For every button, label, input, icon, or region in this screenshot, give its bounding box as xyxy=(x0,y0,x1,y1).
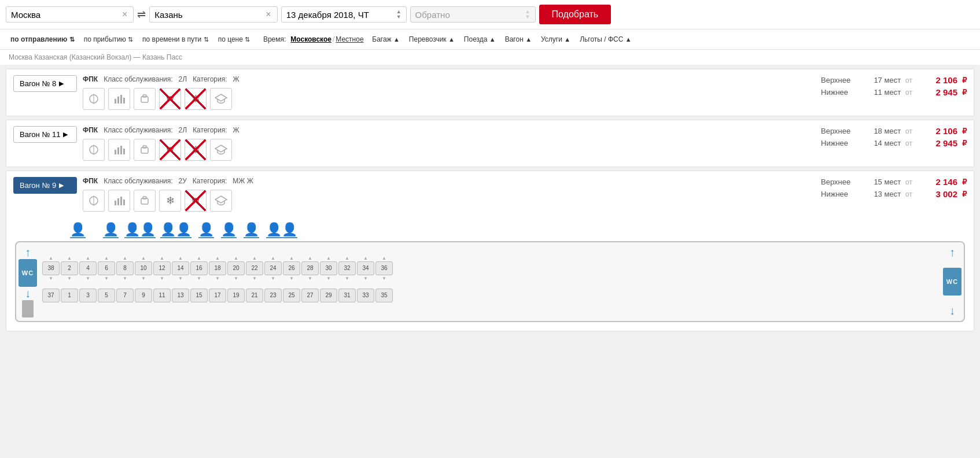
seat-5[interactable]: 5 xyxy=(98,289,115,302)
filter-time-moscow[interactable]: Московское xyxy=(290,35,331,43)
amenity-comfort xyxy=(108,139,130,161)
seat-11[interactable]: 11 xyxy=(153,289,171,302)
date-input[interactable] xyxy=(286,10,396,20)
seat-1[interactable]: 1 xyxy=(61,289,78,302)
to-clear-button[interactable]: × xyxy=(264,9,272,20)
wagon-prices: Верхнее 15 мест от 2 146 ₽ Нижнее 13 мес… xyxy=(816,177,967,199)
wagon-carrier: ФПК xyxy=(83,177,98,185)
wagon-info: ФПК Класс обслуживания: 2У Категория: МЖ… xyxy=(83,177,810,212)
seat-6[interactable]: 6 xyxy=(98,261,115,275)
seat-10[interactable]: 10 xyxy=(135,261,152,275)
filter-wagon[interactable]: Вагон ▲ xyxy=(500,33,536,46)
svg-rect-5 xyxy=(123,98,125,104)
seat-36[interactable]: 36 xyxy=(375,261,393,275)
from-input[interactable] xyxy=(11,10,121,20)
wagon-label: Вагон № 11 xyxy=(20,130,60,139)
filter-price[interactable]: по цене ⇅ xyxy=(213,33,255,46)
wagon-number-button[interactable]: Вагон № 9 ▶ xyxy=(13,177,77,194)
seat-15[interactable]: 15 xyxy=(190,289,208,302)
seat-8[interactable]: 8 xyxy=(116,261,134,275)
wagon-number-button[interactable]: Вагон № 11 ▶ xyxy=(13,126,77,143)
filter-time-local[interactable]: Местное xyxy=(336,35,363,43)
price-upper-from: от xyxy=(905,76,912,84)
wagon-class-val: 2У xyxy=(179,177,187,185)
svg-rect-22 xyxy=(120,197,122,205)
seat-16[interactable]: 16 xyxy=(190,261,208,275)
seat-35[interactable]: 35 xyxy=(375,289,393,302)
person-icon: 👤 xyxy=(198,223,214,236)
wagon-number-button[interactable]: Вагон № 8 ▶ xyxy=(13,75,77,92)
search-button[interactable]: Подобрать xyxy=(539,5,611,24)
seat-24[interactable]: 24 xyxy=(264,261,282,275)
price-upper-row: Верхнее 18 мест от 2 106 ₽ xyxy=(821,126,967,136)
seat-13[interactable]: 13 xyxy=(172,289,189,302)
seat-31[interactable]: 31 xyxy=(338,289,356,302)
seat-23[interactable]: 23 xyxy=(264,289,282,302)
amenity-luggage xyxy=(134,88,156,110)
seat-27[interactable]: 27 xyxy=(301,289,319,302)
price-upper-seats: 15 мест xyxy=(866,178,901,186)
seat-3[interactable]: 3 xyxy=(79,289,97,302)
price-upper-val: 2 106 xyxy=(917,75,957,85)
price-upper-currency: ₽ xyxy=(962,127,967,135)
filter-benefits[interactable]: Льготы / ФСС ▲ xyxy=(575,33,636,46)
seat-9[interactable]: 9 xyxy=(135,289,152,302)
travel-sort-icon: ⇅ xyxy=(204,36,209,43)
seat-38[interactable]: 38 xyxy=(42,261,60,275)
filter-carrier[interactable]: Перевозчик ▲ xyxy=(404,33,459,46)
from-input-wrap: × xyxy=(6,6,134,23)
date-spinner[interactable]: ▲▼ xyxy=(396,9,401,20)
from-clear-button[interactable]: × xyxy=(121,9,128,20)
seat-18[interactable]: 18 xyxy=(209,261,226,275)
filter-services[interactable]: Услуги ▲ xyxy=(536,33,575,46)
person-icon: 👤 xyxy=(124,223,140,236)
person-group: 👤👤 xyxy=(160,223,191,238)
search-bar: × ⇌ × ▲▼ ▲▼ Подобрать xyxy=(0,0,980,29)
seat-30[interactable]: 30 xyxy=(320,261,337,275)
price-lower-from: от xyxy=(905,139,912,147)
amenity-ac: ❄ xyxy=(159,190,181,212)
svg-marker-17 xyxy=(215,145,227,152)
svg-rect-12 xyxy=(117,147,119,154)
seat-37[interactable]: 37 xyxy=(42,289,60,302)
wagon-carrier: ФПК xyxy=(83,75,98,83)
price-lower-row: Нижнее 14 мест от 2 945 ₽ xyxy=(821,138,967,148)
wagon-label: Вагон № 9 xyxy=(20,181,56,190)
seat-29[interactable]: 29 xyxy=(320,289,337,302)
filter-arrival[interactable]: по прибытию ⇅ xyxy=(79,33,138,46)
seat-28[interactable]: 28 xyxy=(301,261,319,275)
amenity-wifi: W xyxy=(159,139,181,161)
return-spinner[interactable]: ▲▼ xyxy=(525,9,530,20)
return-input[interactable] xyxy=(415,10,525,20)
seat-17[interactable]: 17 xyxy=(209,289,226,302)
amenity-service xyxy=(210,88,232,110)
svg-rect-25 xyxy=(143,197,146,199)
wagon-prices: Верхнее 17 мест от 2 106 ₽ Нижнее 11 мес… xyxy=(816,75,967,97)
seat-14[interactable]: 14 xyxy=(172,261,189,275)
seat-4[interactable]: 4 xyxy=(79,261,97,275)
from-station: Москва Казанская (Казанский Вокзал) xyxy=(9,53,131,61)
seat-33[interactable]: 33 xyxy=(357,289,374,302)
filter-train[interactable]: Поезда ▲ xyxy=(459,33,500,46)
person-icon: 👤 xyxy=(103,223,119,236)
filter-baggage[interactable]: Багаж ▲ xyxy=(367,33,404,46)
amenity-luggage xyxy=(134,139,156,161)
seat-34[interactable]: 34 xyxy=(357,261,374,275)
seat-19[interactable]: 19 xyxy=(227,289,245,302)
seat-20[interactable]: 20 xyxy=(227,261,245,275)
amenity-icons: W❄ xyxy=(83,88,810,110)
filter-travel-time[interactable]: по времени в пути ⇅ xyxy=(138,33,213,46)
filter-departure[interactable]: по отправлению ⇅ xyxy=(6,33,79,46)
seat-32[interactable]: 32 xyxy=(338,261,356,275)
seat-21[interactable]: 21 xyxy=(246,289,263,302)
seat-7[interactable]: 7 xyxy=(116,289,134,302)
seat-22[interactable]: 22 xyxy=(246,261,263,275)
price-lower-val: 2 945 xyxy=(917,138,957,148)
swap-button[interactable]: ⇌ xyxy=(137,8,146,21)
seat-2[interactable]: 2 xyxy=(61,261,78,275)
seat-12[interactable]: 12 xyxy=(153,261,171,275)
seat-26[interactable]: 26 xyxy=(283,261,300,275)
seat-25[interactable]: 25 xyxy=(283,289,300,302)
to-input[interactable] xyxy=(154,10,264,20)
wagon-info-top: ФПК Класс обслуживания: 2У Категория: МЖ… xyxy=(83,177,810,185)
